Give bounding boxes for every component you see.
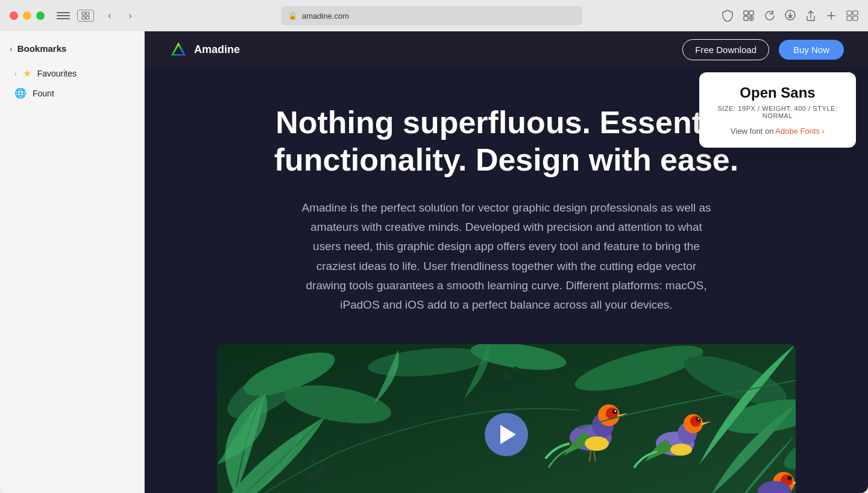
svg-point-42: [690, 416, 701, 427]
address-bar-container: 🔒 amadine.com: [148, 6, 715, 25]
svg-rect-16: [847, 16, 852, 20]
forward-button[interactable]: ›: [122, 7, 139, 24]
adobe-fonts-link[interactable]: Adobe Fonts ›: [775, 127, 825, 136]
address-bar[interactable]: 🔒 amadine.com: [281, 6, 582, 25]
tooltip-font-name: Open Sans: [711, 84, 844, 101]
back-button[interactable]: ‹: [101, 7, 118, 24]
hero-description: Amadine is the perfect solution for vect…: [295, 198, 717, 315]
site-logo: Amadine: [169, 40, 240, 59]
lock-icon: 🔒: [288, 11, 297, 20]
svg-point-47: [781, 474, 793, 486]
svg-point-51: [512, 366, 518, 372]
svg-point-43: [696, 417, 700, 421]
share-icon[interactable]: [805, 10, 816, 22]
sidebar-item-label-fount: Fount: [33, 89, 54, 98]
extensions-icon[interactable]: [743, 10, 755, 22]
svg-point-21: [281, 378, 394, 430]
hero-title: Nothing superfluous. Essential functiona…: [265, 104, 747, 179]
nav-actions: Free Download Buy Now: [682, 39, 844, 60]
svg-point-20: [239, 344, 339, 405]
svg-point-35: [606, 407, 618, 419]
svg-rect-3: [86, 16, 89, 19]
svg-point-39: [656, 432, 694, 456]
sidebar-item-label: Favourites: [37, 69, 77, 78]
sidebar-item-fount[interactable]: 🌐 Fount: [5, 83, 139, 103]
sidebar-back-button[interactable]: ‹: [10, 44, 13, 54]
bookmarks-sidebar: ‹ Bookmarks › ★ Favourites 🌐 Fount: [0, 31, 145, 493]
download-icon[interactable]: [785, 10, 796, 22]
svg-rect-6: [744, 16, 748, 20]
tab-overview-icon[interactable]: [846, 10, 858, 21]
svg-point-25: [679, 345, 792, 414]
svg-point-31: [777, 388, 796, 482]
amadine-logo-icon: [169, 40, 188, 59]
svg-rect-0: [82, 12, 85, 15]
shield-icon[interactable]: [722, 10, 733, 22]
svg-point-26: [722, 393, 796, 439]
sidebar-toggle-button[interactable]: [57, 10, 70, 21]
content-area: ‹ Bookmarks › ★ Favourites 🌐 Fount: [0, 31, 868, 493]
toolbar-right: [722, 10, 858, 22]
close-button[interactable]: [10, 11, 18, 20]
svg-rect-2: [82, 16, 85, 19]
fount-tooltip: Open Sans SIZE: 19PX / WEIGHT: 400 / STY…: [699, 72, 856, 148]
svg-point-29: [308, 457, 316, 466]
svg-point-24: [571, 344, 706, 400]
svg-point-22: [366, 344, 489, 381]
buy-now-button[interactable]: Buy Now: [779, 40, 844, 60]
svg-point-23: [469, 344, 568, 375]
play-button[interactable]: [485, 413, 528, 456]
svg-rect-15: [853, 11, 858, 15]
tab-group-icon[interactable]: [77, 10, 94, 22]
svg-rect-17: [853, 16, 858, 20]
refresh-icon[interactable]: [764, 10, 775, 21]
svg-point-44: [698, 418, 699, 419]
title-bar: ‹ › 🔒 amadine.com: [0, 0, 868, 31]
svg-point-34: [598, 404, 620, 426]
svg-point-48: [788, 476, 792, 480]
tab-switcher-icon: [81, 11, 90, 20]
video-container: [217, 344, 796, 493]
browser-window: ‹ › 🔒 amadine.com: [0, 0, 868, 493]
svg-point-28: [319, 464, 326, 471]
star-icon: ★: [23, 68, 31, 79]
new-tab-icon[interactable]: [826, 10, 837, 21]
svg-point-30: [316, 471, 322, 477]
site-logo-text: Amadine: [194, 43, 240, 56]
website-content: Amadine Free Download Buy Now Nothing su…: [145, 31, 868, 493]
tooltip-link-prefix: View font on: [731, 127, 775, 136]
svg-point-37: [615, 410, 617, 412]
tooltip-font-meta: SIZE: 19PX / WEIGHT: 400 / STYLE: NORMAL: [711, 105, 844, 119]
free-download-button[interactable]: Free Download: [682, 39, 769, 60]
nav-buttons: ‹ ›: [101, 7, 139, 24]
svg-point-27: [309, 472, 318, 482]
svg-rect-14: [847, 11, 852, 15]
svg-rect-5: [749, 11, 753, 15]
chevron-icon: ›: [14, 70, 17, 77]
svg-rect-1: [86, 12, 89, 15]
maximize-button[interactable]: [36, 11, 45, 20]
sidebar-item-favourites[interactable]: › ★ Favourites: [5, 63, 139, 83]
sidebar-title: Bookmarks: [17, 43, 67, 54]
address-text: amadine.com: [302, 11, 349, 20]
globe-icon: 🌐: [14, 87, 27, 99]
svg-point-50: [503, 371, 509, 377]
svg-point-19: [219, 356, 310, 429]
svg-point-49: [758, 481, 791, 493]
play-arrow-icon: [500, 425, 516, 444]
svg-point-32: [570, 424, 612, 451]
sidebar-header: ‹ Bookmarks: [0, 39, 144, 58]
svg-point-45: [670, 444, 692, 456]
svg-point-46: [773, 472, 794, 493]
site-nav: Amadine Free Download Buy Now: [145, 31, 868, 68]
svg-point-33: [592, 413, 614, 438]
minimize-button[interactable]: [23, 11, 31, 20]
tooltip-link: View font on Adobe Fonts ›: [711, 127, 844, 136]
svg-point-36: [612, 409, 617, 414]
svg-rect-4: [744, 11, 748, 15]
svg-point-40: [678, 422, 697, 444]
svg-point-38: [585, 436, 609, 451]
svg-point-41: [684, 414, 703, 433]
traffic-lights: [10, 11, 45, 20]
svg-point-52: [509, 375, 514, 380]
